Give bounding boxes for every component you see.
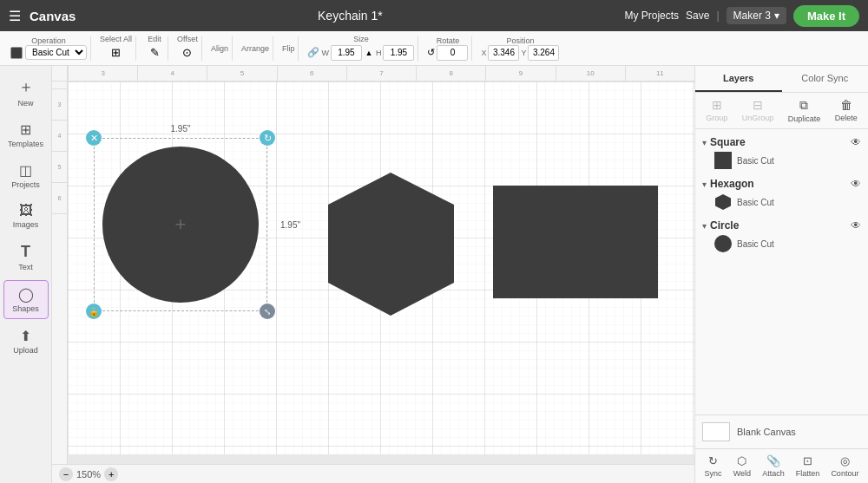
handle-lock[interactable]: 🔒 [86, 304, 102, 319]
sidebar-item-new[interactable]: ＋ New [3, 71, 49, 113]
weld-label: Weld [733, 469, 751, 478]
select-all-label: Select All [100, 35, 132, 43]
delete-button[interactable]: 🗑 Delete [835, 98, 858, 123]
height-input[interactable] [383, 45, 414, 61]
sidebar-item-shapes[interactable]: ◯ Shapes [3, 280, 49, 319]
layer-circle-left: ▾ Circle [702, 219, 739, 232]
toolbar: Operation Basic Cut Select All ⊞ Edit ✎ … [0, 31, 868, 66]
layer-hexagon-left: ▾ Hexagon [702, 178, 754, 190]
group-button[interactable]: ⊞ Group [706, 98, 727, 123]
ruler-tick: 10 [556, 66, 625, 82]
arrange-label: Arrange [241, 44, 269, 53]
attach-label: Attach [762, 469, 785, 478]
layer-item-hexagon[interactable]: ▾ Hexagon 👁 Basic Cut [695, 174, 868, 216]
ruler-v-tick: 4 [52, 121, 67, 152]
layer-square-left: ▾ Square [702, 136, 746, 148]
doc-title: Keychain 1* [318, 9, 383, 23]
sidebar-item-images[interactable]: 🖼 Images [3, 198, 49, 234]
layer-item-circle[interactable]: ▾ Circle 👁 Basic Cut [695, 216, 868, 258]
toolbar-select-all: Select All ⊞ [96, 36, 136, 61]
rectangle-shape[interactable] [493, 186, 658, 298]
ungroup-icon: ⊟ [753, 98, 763, 112]
left-sidebar: ＋ New ⊞ Templates ◫ Projects 🖼 Images T … [0, 66, 52, 483]
x-label: X [481, 49, 486, 57]
duplicate-button[interactable]: ⧉ Duplicate [788, 98, 821, 123]
make-it-button[interactable]: Make It [793, 5, 859, 27]
canvas-scroll[interactable]: 1.95" 1.95" ✕ ↻ 🔒 ⤡ [68, 82, 694, 464]
templates-icon: ⊞ [20, 121, 31, 138]
ungroup-button[interactable]: ⊟ UnGroup [742, 98, 774, 123]
circle-visibility-icon[interactable]: 👁 [851, 219, 861, 232]
rotate-label: Rotate [437, 36, 460, 45]
toolbar-arrange: Arrange [238, 36, 273, 61]
sidebar-item-projects[interactable]: ◫ Projects [3, 157, 49, 194]
edit-group: Edit ✎ [145, 35, 164, 62]
my-projects-link[interactable]: My Projects [624, 10, 679, 22]
save-button[interactable]: Save [686, 10, 709, 22]
sync-button[interactable]: ↻ Sync [705, 454, 722, 478]
square-sublayer: Basic Cut [702, 150, 861, 171]
ruler-v-tick: 3 [52, 89, 67, 121]
zoom-in-button[interactable]: + [104, 467, 118, 481]
hexagon-name: Hexagon [710, 178, 754, 190]
canvas-body: 3 4 5 6 [52, 82, 694, 464]
flatten-label: Flatten [796, 469, 820, 478]
square-visibility-icon[interactable]: 👁 [851, 136, 861, 148]
ruler-tick: 3 [68, 66, 137, 82]
size-lock-icon[interactable]: 🔗 [307, 47, 319, 58]
right-tabs: Layers Color Sync [695, 66, 868, 93]
width-label: W [321, 49, 329, 57]
sidebar-item-text[interactable]: T Text [3, 238, 49, 277]
hexagon-sublayer: Basic Cut [702, 192, 861, 212]
delete-icon: 🗑 [840, 98, 852, 112]
hexagon-container[interactable] [324, 168, 458, 323]
operation-group: Operation Basic Cut [10, 36, 87, 60]
sidebar-templates-label: Templates [8, 140, 43, 148]
sidebar-item-templates[interactable]: ⊞ Templates [3, 116, 49, 153]
tab-layers[interactable]: Layers [695, 66, 782, 92]
toolbar-operation: Operation Basic Cut [7, 36, 91, 61]
circle-toggle-icon[interactable]: ▾ [702, 221, 707, 231]
hexagon-toggle-icon[interactable]: ▾ [702, 179, 707, 189]
circle-shape[interactable]: + [102, 147, 259, 303]
flatten-button[interactable]: ⊡ Flatten [796, 454, 820, 478]
menu-icon[interactable]: ☰ [9, 8, 21, 24]
images-icon: 🖼 [19, 203, 33, 219]
handle-rotate[interactable]: ↻ [260, 130, 275, 146]
flip-label: Flip [282, 44, 295, 53]
tab-color-sync[interactable]: Color Sync [782, 66, 869, 92]
x-input[interactable] [488, 45, 519, 61]
contour-button[interactable]: ◎ Contour [831, 454, 858, 478]
operation-color[interactable] [10, 47, 23, 59]
width-stepper[interactable]: ▲ [364, 43, 374, 62]
hexagon-sub-label: Basic Cut [737, 198, 774, 207]
edit-button[interactable]: ✎ [145, 43, 164, 62]
handle-close[interactable]: ✕ [86, 130, 102, 146]
square-name: Square [710, 136, 746, 148]
square-toggle-icon[interactable]: ▾ [702, 138, 707, 147]
sidebar-item-upload[interactable]: ⬆ Upload [3, 323, 49, 360]
layer-hexagon-header: ▾ Hexagon 👁 [702, 178, 861, 190]
canvas-area: 3 4 5 6 7 8 9 10 11 3 4 5 6 [52, 66, 694, 483]
operation-select[interactable]: Basic Cut [25, 45, 87, 60]
canvas-bg: 1.95" 1.95" ✕ ↻ 🔒 ⤡ [68, 82, 694, 454]
weld-button[interactable]: ⬡ Weld [733, 454, 751, 478]
group-icon: ⊞ [712, 98, 722, 112]
select-all-button[interactable]: ⊞ [107, 43, 126, 62]
rotate-input[interactable] [437, 45, 468, 61]
toolbar-position: Position X Y [477, 36, 562, 61]
attach-button[interactable]: 📎 Attach [762, 454, 785, 478]
offset-button[interactable]: ⊙ [178, 43, 197, 62]
toolbar-align: Align [207, 36, 233, 61]
y-input[interactable] [528, 45, 559, 61]
circle-container[interactable]: 1.95" 1.95" ✕ ↻ 🔒 ⤡ [94, 138, 267, 311]
ruler-tick: 5 [207, 66, 276, 82]
layer-item-square[interactable]: ▾ Square 👁 Basic Cut [695, 133, 868, 174]
maker-selector[interactable]: Maker 3 ▾ [727, 7, 786, 24]
handle-resize[interactable]: ⤡ [260, 304, 275, 319]
zoom-out-button[interactable]: − [59, 467, 73, 481]
hexagon-visibility-icon[interactable]: 👁 [851, 178, 861, 190]
width-input[interactable] [331, 45, 362, 61]
ruler-corner [52, 66, 68, 82]
position-group: Position X Y [481, 36, 559, 61]
